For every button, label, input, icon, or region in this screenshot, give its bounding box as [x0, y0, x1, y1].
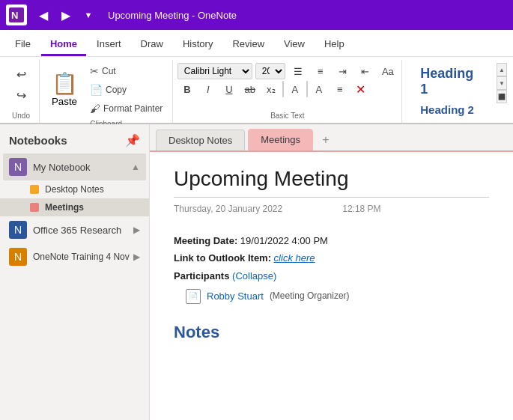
expand-icon-onenote-training: ▶: [133, 252, 140, 262]
notebook-label-office365: Office 365 Research: [33, 225, 133, 236]
heading2-style[interactable]: Heading 2: [408, 100, 495, 119]
ribbon-group-styles: Heading 1 Heading 2 ▲ ▼ ⬛: [402, 60, 513, 123]
section-desktop-notes[interactable]: Desktop Notes: [0, 180, 149, 198]
paste-button[interactable]: 📋 Paste: [46, 67, 83, 113]
heading1-style[interactable]: Heading 1: [408, 63, 495, 100]
paste-label: Paste: [52, 96, 77, 107]
expand-icon-office365: ▶: [133, 225, 140, 235]
format-painter-button[interactable]: 🖌 Format Painter: [86, 100, 166, 117]
copy-icon: 📄: [90, 84, 103, 96]
styles-scroll-up[interactable]: ▲: [497, 63, 507, 76]
sidebar-title: Notebooks: [9, 134, 67, 147]
collapse-link[interactable]: (Collapse): [232, 270, 276, 281]
pin-icon[interactable]: 📌: [125, 133, 140, 147]
font-controls-row: Calibri Light 20 ☰ ≡ ⇥ ⇤ Aa: [177, 63, 398, 79]
italic-button[interactable]: I: [198, 81, 218, 97]
section-label-meetings: Meetings: [45, 202, 84, 213]
section-meetings[interactable]: Meetings: [0, 198, 149, 216]
expand-icon-my-notebook: ▲: [131, 162, 140, 172]
menu-review[interactable]: Review: [223, 34, 273, 56]
tab-meetings[interactable]: Meetings: [248, 129, 313, 150]
add-tab-button[interactable]: +: [316, 130, 336, 150]
ribbon-group-basic-text: Calibri Light 20 ☰ ≡ ⇥ ⇤ Aa B I U ab x₂ …: [173, 60, 402, 123]
notebook-onenote-training[interactable]: N OneNote Training 4 Nov ▶: [3, 243, 146, 270]
outlook-link[interactable]: click here: [274, 252, 315, 264]
menu-draw[interactable]: Draw: [132, 34, 172, 56]
list-bullets-button[interactable]: ☰: [288, 63, 308, 79]
meeting-date-value: 19/01/2022 4:00 PM: [240, 235, 328, 246]
redo-button[interactable]: ↪: [9, 85, 33, 105]
menu-help[interactable]: Help: [315, 34, 353, 56]
format-controls-row: B I U ab x₂ A A ≡ ✕: [177, 81, 371, 97]
cut-button[interactable]: ✂ Cut: [86, 63, 166, 79]
basic-text-label: Basic Text: [270, 112, 304, 123]
font-size-select[interactable]: 20: [255, 63, 285, 79]
content-area: Desktop Notes Meetings + Upcoming Meetin…: [150, 124, 513, 420]
styles-scroll-down[interactable]: ▼: [497, 76, 507, 90]
outdent-button[interactable]: ⇤: [356, 63, 375, 79]
notebook-label-my-notebook: My Notebook: [33, 162, 131, 173]
undo-group-label: Undo: [12, 112, 30, 123]
link-row: Link to Outlook Item: click here: [174, 249, 489, 267]
section-label-desktop-notes: Desktop Notes: [45, 184, 104, 195]
ribbon-group-clipboard: 📋 Paste ✂ Cut 📄 Copy 🖌 Format Painter Cl…: [40, 60, 173, 123]
menu-home[interactable]: Home: [41, 34, 86, 56]
section-dot-meetings: [30, 203, 39, 212]
menu-insert[interactable]: Insert: [88, 34, 130, 56]
styles-scroll-expand[interactable]: ⬛: [497, 90, 507, 103]
svg-text:N: N: [11, 10, 18, 21]
window-title: Upcoming Meeting - OneNote: [108, 10, 237, 21]
notebook-label-onenote-training: OneNote Training 4 Nov: [33, 252, 133, 262]
participant-row: 📄 Robby Stuart (Meeting Organizer): [186, 287, 489, 305]
sidebar-header: Notebooks 📌: [0, 124, 149, 153]
main-area: Notebooks 📌 N My Notebook ▲ Desktop Note…: [0, 124, 513, 420]
strikethrough-button[interactable]: ab: [240, 81, 260, 97]
page-meta: Thursday, 20 January 2022 12:18 PM: [174, 204, 489, 214]
highlight-button[interactable]: A: [285, 81, 305, 97]
title-bar-nav: ◀ ▶ ▼: [33, 4, 99, 25]
page-content: Upcoming Meeting Thursday, 20 January 20…: [150, 150, 513, 420]
sidebar: Notebooks 📌 N My Notebook ▲ Desktop Note…: [0, 124, 150, 420]
clear-format-button[interactable]: ✕: [351, 81, 371, 97]
styles-button[interactable]: Aa: [378, 63, 398, 79]
font-color-button[interactable]: A: [309, 81, 329, 97]
menu-history[interactable]: History: [174, 34, 222, 56]
participant-icon: 📄: [186, 289, 201, 304]
separator-2: [306, 81, 308, 97]
notebook-my-notebook[interactable]: N My Notebook ▲: [3, 153, 146, 180]
underline-button[interactable]: U: [219, 81, 239, 97]
page-date: Thursday, 20 January 2022: [174, 204, 282, 214]
meeting-date-row: Meeting Date: 19/01/2022 4:00 PM: [174, 232, 489, 249]
participant-role: (Meeting Organizer): [270, 288, 350, 305]
font-family-select[interactable]: Calibri Light: [177, 63, 252, 79]
page-body: Meeting Date: 19/01/2022 4:00 PM Link to…: [174, 232, 489, 347]
styles-panel: Heading 1 Heading 2: [408, 63, 495, 119]
page-tabs: Desktop Notes Meetings +: [150, 124, 513, 150]
subscript-button[interactable]: x₂: [261, 81, 281, 97]
participant-name[interactable]: Robby Stuart: [207, 287, 264, 305]
dropdown-button[interactable]: ▼: [78, 4, 99, 25]
menu-bar: File Home Insert Draw History Review Vie…: [0, 30, 513, 57]
indent-button[interactable]: ⇥: [333, 63, 353, 79]
link-label: Link to Outlook Item:: [174, 252, 274, 264]
page-title: Upcoming Meeting: [174, 167, 489, 198]
format-painter-icon: 🖌: [90, 103, 100, 115]
bold-button[interactable]: B: [177, 81, 197, 97]
page-time: 12:18 PM: [342, 204, 380, 214]
list-numbers-button[interactable]: ≡: [311, 63, 330, 79]
notebook-icon-onenote-training: N: [9, 248, 27, 266]
back-button[interactable]: ◀: [33, 4, 54, 25]
separator-1: [282, 81, 284, 97]
ribbon: ↩ ↪ Undo 📋 Paste ✂ Cut 📄 Copy 🖌: [0, 57, 513, 124]
align-button[interactable]: ≡: [330, 81, 350, 97]
tab-desktop-notes[interactable]: Desktop Notes: [156, 130, 245, 150]
menu-file[interactable]: File: [6, 34, 40, 56]
menu-view[interactable]: View: [275, 34, 314, 56]
forward-button[interactable]: ▶: [55, 4, 76, 25]
notebook-icon-my-notebook: N: [9, 158, 27, 176]
notebook-office365[interactable]: N Office 365 Research ▶: [3, 216, 146, 243]
meeting-date-label: Meeting Date:: [174, 235, 240, 246]
copy-button[interactable]: 📄 Copy: [86, 82, 166, 98]
undo-button[interactable]: ↩: [9, 64, 33, 84]
app-logo: N: [6, 4, 27, 25]
